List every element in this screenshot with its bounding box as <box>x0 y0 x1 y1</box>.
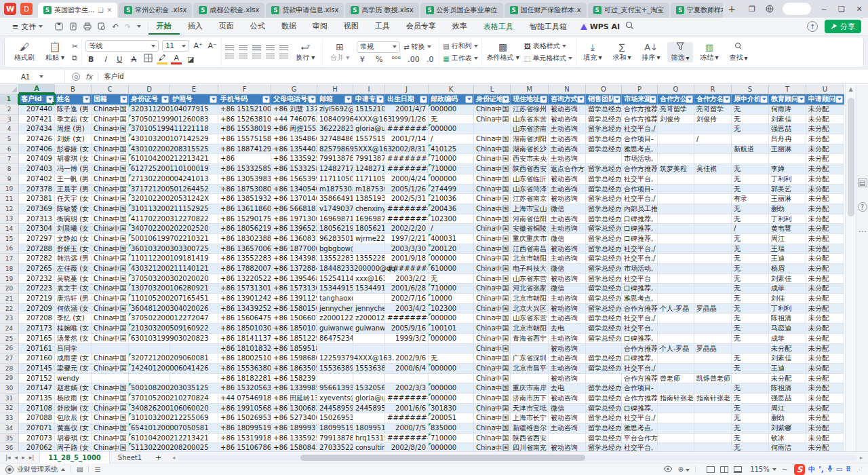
cell-H10[interactable]: m1875308( <box>317 185 353 195</box>
cell-D20[interactable]: 130703200106280921 <box>129 284 170 294</box>
cell-Q14[interactable] <box>658 224 694 234</box>
cell-G25[interactable]: +86 1851229020 <box>271 334 317 344</box>
cell-O36[interactable]: 留学总经办 <box>586 443 622 451</box>
cell-C18[interactable]: China中国 <box>92 264 129 274</box>
cell-T23[interactable]: 陈祖清 <box>769 314 806 324</box>
cell-N30[interactable]: 去电 <box>549 383 586 394</box>
cell-P19[interactable]: 社交平台 <box>622 274 658 284</box>
cell-I32[interactable]: 244589596 <box>353 404 385 414</box>
cell-P2[interactable]: 合作方推荐 <box>622 104 658 115</box>
cell-H12[interactable]: v17490376 <box>317 204 353 214</box>
cell-F33[interactable]: +86 15026953 <box>218 413 271 423</box>
cell-J36[interactable]: 2002/8/20 <box>385 443 429 451</box>
cell-P9[interactable]: 社交平台, <box>622 174 658 185</box>
cell-B23[interactable]: 季忆 (女) <box>55 314 92 324</box>
cell-D10[interactable]: 371721200501264452 <box>129 185 170 195</box>
cell-R8[interactable]: 吴佳祺 <box>694 164 732 174</box>
select-all-corner[interactable] <box>0 84 19 94</box>
cell-F27[interactable]: +86 18002510 <box>218 354 271 364</box>
cell-H9[interactable]: 117110505 <box>317 174 353 185</box>
cell-N14[interactable]: 主动咨询 <box>549 224 586 234</box>
cell-M8[interactable]: 陕西省西安 <box>511 164 549 174</box>
cell-A26[interactable]: 207161 <box>19 344 55 354</box>
cell-F3[interactable]: +86 15263810 <box>218 115 271 125</box>
cell-M15[interactable]: 重庆重庆市 <box>511 234 549 244</box>
cell-K30[interactable]: 000000 <box>429 383 474 394</box>
page-layout-view-icon[interactable] <box>720 466 728 473</box>
header-cell-N1[interactable]: 咨询方式 <box>549 94 586 104</box>
column-header-I[interactable]: I <box>353 84 385 94</box>
globe-icon[interactable] <box>761 1 778 16</box>
cell-S27[interactable]: 无 <box>732 354 769 364</box>
cell-K15[interactable]: 400031 <box>429 234 474 244</box>
cell-A19[interactable]: 207232 <box>19 274 55 284</box>
cell-F2[interactable]: +86 15152100 <box>218 104 271 115</box>
cell-N22[interactable]: 被动咨询 <box>549 304 586 314</box>
cell-R17[interactable] <box>694 254 732 264</box>
cell-G35[interactable]: +86 1335925706 <box>271 434 317 444</box>
cell-F22[interactable]: +86 13439252 <box>218 304 271 314</box>
row-header-14[interactable]: 14 <box>0 224 19 234</box>
cell-B27[interactable]: 成雨雯 (女 <box>55 354 92 364</box>
header-cell-A1[interactable]: 客户id <box>19 94 55 104</box>
cell-P17[interactable]: 社交平台,/ <box>622 254 658 264</box>
cell-I11[interactable]: 138519326 <box>353 194 385 204</box>
cell-M31[interactable]: 济南市历下 <box>511 394 549 404</box>
header-cell-T1[interactable]: 教育顾问 <box>769 94 806 104</box>
cell-T19[interactable]: 刘素佳 <box>769 274 806 284</box>
cell-C31[interactable]: China中国 <box>92 394 129 404</box>
cell-M34[interactable]: 新疆维吾尔 <box>511 423 549 434</box>
align-bottom-icon[interactable] <box>252 45 261 52</box>
cell-I10[interactable]: m1875308( <box>353 185 385 195</box>
cell-D28[interactable]: 142401200006041426 <box>129 364 170 374</box>
conditional-format-button[interactable]: ▩ 条件格式 ▾ <box>486 42 521 62</box>
cell-O29[interactable] <box>586 374 622 384</box>
cell-style-button[interactable]: ⬚单元格样式 <box>524 54 572 63</box>
cell-M27[interactable]: 广东省深圳 <box>511 354 549 364</box>
cell-M2[interactable]: 江苏省徐州 <box>511 104 549 115</box>
cell-T14[interactable]: 黄韦慧 <box>769 224 806 234</box>
cell-D30[interactable]: 500108200203035125 <box>129 383 170 394</box>
cell-T6[interactable]: 王丽淋 <box>769 145 806 155</box>
cell-B26[interactable]: 吕同学 <box>55 344 92 354</box>
cell-O21[interactable]: 留学总经办 <box>586 294 622 304</box>
cell-F32[interactable]: +86 19910568 <box>218 404 271 414</box>
cell-K23[interactable]: 000000 <box>429 314 474 324</box>
cell-C27[interactable]: China中国 <box>92 354 129 364</box>
cell-S23[interactable]: 无 <box>732 314 769 324</box>
header-cell-R1[interactable]: 合作方名称 <box>694 94 732 104</box>
cell-L28[interactable]: China中国 <box>474 364 511 374</box>
cell-C35[interactable]: China中国 <box>92 434 129 444</box>
format-painter-button[interactable]: 🖌 格式刷 <box>11 42 38 62</box>
font-increase-icon[interactable]: A⁺ <box>193 41 203 50</box>
next-sheet-icon[interactable]: ▸ <box>22 454 25 461</box>
cell-J7[interactable]: ######## <box>385 154 429 164</box>
redo-icon[interactable]: ↷ <box>124 22 130 31</box>
cell-T8[interactable]: 李婵 <box>769 164 806 174</box>
row-header-2[interactable]: 2 <box>0 104 19 115</box>
cell-I26[interactable] <box>353 344 385 354</box>
ime-board-icon[interactable]: ▭ <box>836 466 842 473</box>
cell-S34[interactable]: 无 <box>732 423 769 434</box>
cell-J32[interactable]: 2001/6/6 <box>385 404 429 414</box>
cell-C24[interactable]: China中国 <box>92 324 129 334</box>
row-header-9[interactable]: 9 <box>0 174 19 185</box>
cell-R24[interactable] <box>694 324 732 334</box>
file-tab[interactable]: S可过_支付宝+_淘宝 <box>588 3 669 18</box>
row-header-6[interactable]: 6 <box>0 145 19 155</box>
cell-C8[interactable]: China中国 <box>92 164 129 174</box>
cell-K29[interactable] <box>429 374 474 384</box>
cell-R5[interactable]: / <box>694 134 732 145</box>
cell-U25[interactable]: 未分配 <box>806 334 844 344</box>
cell-A33[interactable]: 207088 <box>19 413 55 423</box>
cell-J19[interactable]: 2003/2/2 <box>385 274 429 284</box>
header-cell-F1[interactable]: 手机号码 <box>218 94 271 104</box>
name-box[interactable]: A1 <box>0 70 65 83</box>
cell-M35[interactable]: 陕西省西安 <box>511 434 549 444</box>
cell-S35[interactable]: 无 <box>732 434 769 444</box>
cell-N11[interactable]: 被动咨询 <box>549 194 586 204</box>
cell-Q13[interactable] <box>658 214 694 225</box>
cell-Q36[interactable] <box>658 443 694 451</box>
filter-dropdown-icon[interactable] <box>465 96 473 103</box>
clear-format-button[interactable]: ◪ <box>185 55 196 64</box>
